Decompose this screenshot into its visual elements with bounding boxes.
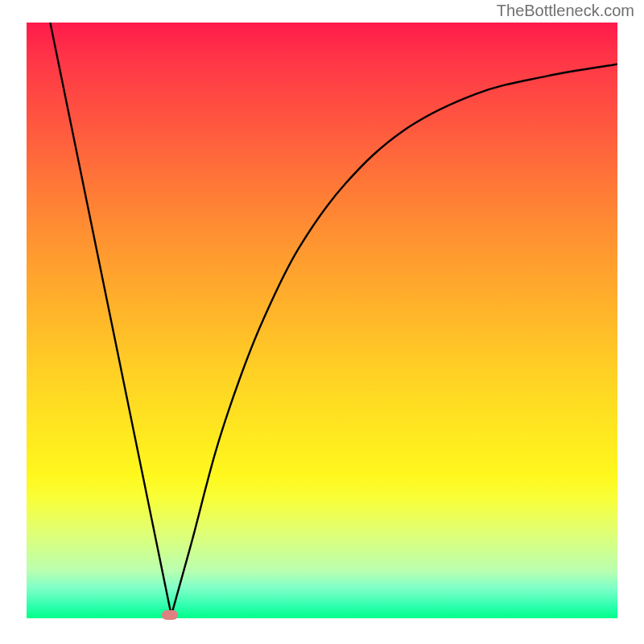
- bottleneck-curve-path: [50, 23, 617, 615]
- chart-container: TheBottleneck.com: [0, 0, 644, 644]
- plot-area: [27, 23, 617, 618]
- attribution-label: TheBottleneck.com: [497, 2, 634, 20]
- curve-svg: [27, 23, 617, 618]
- optimal-marker: [162, 610, 178, 620]
